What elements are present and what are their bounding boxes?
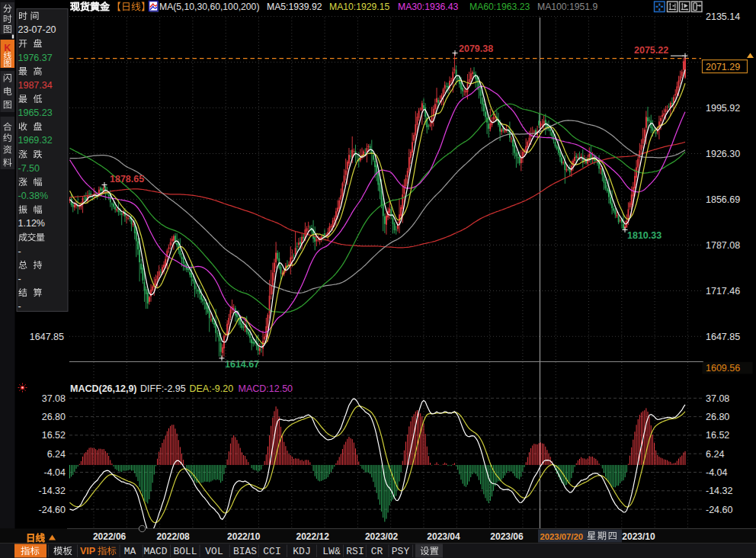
svg-text:KDJ: KDJ — [293, 546, 310, 557]
svg-text:-4.04: -4.04 — [706, 467, 728, 478]
svg-text:MACD:12.50: MACD:12.50 — [239, 383, 293, 394]
svg-text:6.24: 6.24 — [706, 449, 724, 460]
svg-text:2079.38: 2079.38 — [459, 43, 493, 54]
svg-text:-14.32: -14.32 — [39, 486, 66, 496]
svg-text:2023/04: 2023/04 — [427, 531, 460, 542]
svg-text:BIAS: BIAS — [233, 546, 257, 557]
svg-text:26.80: 26.80 — [706, 412, 729, 422]
svg-text:MA: MA — [124, 546, 136, 557]
svg-text:23-07-20: 23-07-20 — [18, 24, 56, 35]
svg-text:K: K — [4, 43, 11, 53]
svg-text:2135.14: 2135.14 — [706, 11, 740, 22]
svg-text:BOLL: BOLL — [173, 546, 197, 557]
svg-text:37.08: 37.08 — [706, 393, 729, 404]
svg-text:1.12%: 1.12% — [18, 218, 45, 229]
svg-text:1965.23: 1965.23 — [18, 107, 53, 118]
svg-text:1995.92: 1995.92 — [706, 103, 740, 114]
svg-text:1717.46: 1717.46 — [706, 286, 740, 297]
svg-text:2023/02: 2023/02 — [365, 531, 399, 542]
svg-text:CR: CR — [371, 546, 383, 557]
svg-text:-: - — [18, 274, 21, 284]
svg-text:VIP: VIP — [80, 546, 95, 556]
svg-text:16.52: 16.52 — [42, 430, 66, 441]
svg-text:-4.04: -4.04 — [44, 467, 66, 478]
svg-text:2023/06: 2023/06 — [490, 531, 524, 542]
svg-text:-14.32: -14.32 — [706, 486, 732, 496]
svg-text:26.80: 26.80 — [42, 412, 66, 422]
svg-text:MA100:1951.9: MA100:1951.9 — [537, 2, 598, 12]
svg-text:RSI: RSI — [346, 546, 364, 557]
svg-text:-7.50: -7.50 — [18, 163, 40, 174]
svg-text:MA5:1939.92: MA5:1939.92 — [267, 2, 322, 12]
svg-text:2071.29: 2071.29 — [706, 62, 740, 72]
svg-text:-0.38%: -0.38% — [18, 191, 49, 201]
svg-text:1969.32: 1969.32 — [18, 135, 53, 146]
svg-text:2022/06: 2022/06 — [93, 531, 127, 542]
svg-text:DIFF:-2.95: DIFF:-2.95 — [140, 383, 186, 394]
svg-text:1647.85: 1647.85 — [30, 332, 64, 342]
svg-text:-24.60: -24.60 — [706, 505, 732, 515]
svg-text:1787.08: 1787.08 — [706, 240, 740, 251]
svg-text:16.52: 16.52 — [706, 430, 729, 441]
svg-text:-: - — [18, 246, 21, 257]
svg-text:2023/10: 2023/10 — [622, 531, 655, 542]
svg-text:1609.56: 1609.56 — [706, 363, 740, 374]
svg-text:PSY: PSY — [392, 546, 410, 557]
svg-text:MA60:1963.23: MA60:1963.23 — [469, 2, 530, 12]
svg-text:1976.37: 1976.37 — [18, 53, 53, 63]
svg-text:MACD(26,12,9): MACD(26,12,9) — [70, 383, 137, 394]
svg-text:-: - — [18, 301, 21, 312]
svg-text:1856.69: 1856.69 — [706, 194, 740, 205]
svg-text:MA(5,10,30,60,100,200): MA(5,10,30,60,100,200) — [159, 2, 259, 12]
svg-text:VOL: VOL — [205, 546, 223, 557]
svg-text:DEA:-9.20: DEA:-9.20 — [190, 383, 234, 394]
svg-text:1647.85: 1647.85 — [706, 332, 740, 342]
svg-text:CCI: CCI — [263, 546, 280, 557]
svg-text:MA30:1936.43: MA30:1936.43 — [398, 2, 459, 12]
svg-text:6.24: 6.24 — [47, 449, 66, 460]
svg-text:-24.60: -24.60 — [39, 505, 66, 515]
svg-text:2023/07/20: 2023/07/20 — [540, 532, 584, 541]
svg-text:1810.33: 1810.33 — [627, 230, 662, 241]
svg-text:1878.65: 1878.65 — [110, 174, 144, 184]
svg-text:2075.22: 2075.22 — [634, 45, 668, 56]
svg-text:MA10:1929.15: MA10:1929.15 — [329, 2, 390, 12]
svg-text:37.08: 37.08 — [42, 393, 66, 404]
svg-text:2022/10: 2022/10 — [227, 531, 261, 542]
svg-text:LW&: LW& — [322, 546, 341, 557]
svg-text:MACD: MACD — [143, 546, 167, 557]
svg-text:1614.67: 1614.67 — [225, 359, 259, 370]
svg-text:2022/08: 2022/08 — [156, 531, 190, 542]
svg-text:1926.30: 1926.30 — [706, 149, 740, 159]
svg-text:2022/12: 2022/12 — [296, 531, 330, 542]
svg-text:1987.34: 1987.34 — [18, 80, 53, 91]
